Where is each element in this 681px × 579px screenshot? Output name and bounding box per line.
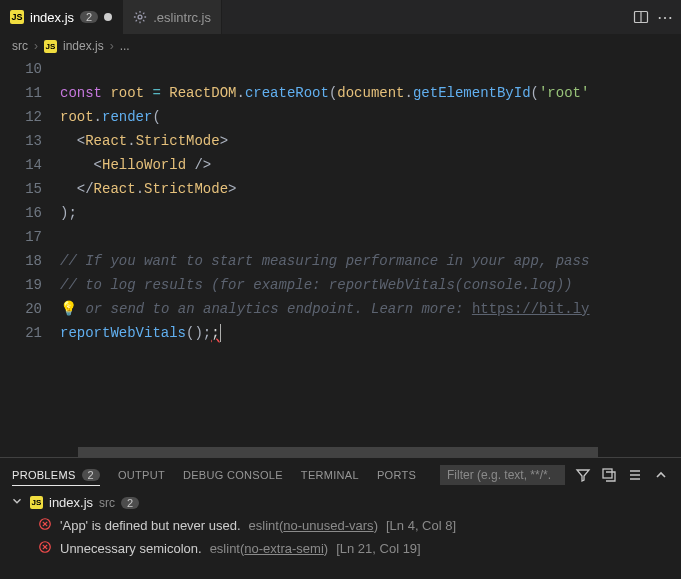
- code-line[interactable]: 💡 or send to an analytics endpoint. Lear…: [60, 297, 681, 321]
- chevron-down-icon[interactable]: [10, 494, 24, 511]
- panel-actions: [440, 465, 669, 485]
- code-line[interactable]: root.render(: [60, 105, 681, 129]
- view-as-list-icon[interactable]: [627, 467, 643, 483]
- panel-tab-terminal[interactable]: TERMINAL: [301, 465, 359, 485]
- problem-item[interactable]: Unnecessary semicolon. eslint(no-extra-s…: [0, 537, 681, 560]
- panel-tabs: PROBLEMS 2 OUTPUT DEBUG CONSOLE TERMINAL…: [0, 458, 681, 491]
- code-line[interactable]: );: [60, 201, 681, 225]
- error-icon: [38, 517, 52, 534]
- panel-tab-debug-console[interactable]: DEBUG CONSOLE: [183, 465, 283, 485]
- panel-tab-label: DEBUG CONSOLE: [183, 469, 283, 481]
- problem-item[interactable]: 'App' is defined but never used. eslint(…: [0, 514, 681, 537]
- tab-eslintrc-js[interactable]: .eslintrc.js: [123, 0, 222, 34]
- problem-source: eslint(no-extra-semi): [210, 541, 329, 556]
- editor-tabs-bar: JS index.js 2 .eslintrc.js ⋯: [0, 0, 681, 35]
- tab-label: index.js: [30, 10, 74, 25]
- tab-index-js[interactable]: JS index.js 2: [0, 0, 123, 34]
- code-line[interactable]: reportWebVitals();;: [60, 321, 681, 345]
- line-number: 19: [0, 273, 42, 297]
- code-content[interactable]: const root = ReactDOM.createRoot(documen…: [60, 57, 681, 447]
- horizontal-scrollbar[interactable]: [0, 447, 681, 457]
- svg-rect-3: [603, 469, 612, 478]
- code-line[interactable]: // If you want to start measuring perfor…: [60, 249, 681, 273]
- problem-file-row[interactable]: JS index.js src 2: [0, 491, 681, 514]
- line-number: 21: [0, 321, 42, 345]
- problem-location: [Ln 4, Col 8]: [386, 518, 456, 533]
- panel-tab-ports[interactable]: PORTS: [377, 465, 416, 485]
- problem-message: 'App' is defined but never used.: [60, 518, 241, 533]
- line-number: 10: [0, 57, 42, 81]
- chevron-right-icon: ›: [34, 39, 38, 53]
- panel-tab-label: OUTPUT: [118, 469, 165, 481]
- dirty-indicator-icon: [104, 13, 112, 21]
- collapse-all-icon[interactable]: [601, 467, 617, 483]
- svg-point-0: [138, 15, 142, 19]
- problems-list: JS index.js src 2 'App' is defined but n…: [0, 491, 681, 579]
- panel-tab-output[interactable]: OUTPUT: [118, 465, 165, 485]
- code-line[interactable]: [60, 57, 681, 81]
- split-editor-icon[interactable]: [633, 9, 649, 25]
- error-icon: [38, 540, 52, 557]
- breadcrumb-folder[interactable]: src: [12, 39, 28, 53]
- problem-location: [Ln 21, Col 19]: [336, 541, 421, 556]
- line-number: 11: [0, 81, 42, 105]
- panel-tab-problems[interactable]: PROBLEMS 2: [12, 465, 100, 486]
- code-line[interactable]: </React.StrictMode>: [60, 177, 681, 201]
- js-file-icon: JS: [44, 40, 57, 53]
- problem-file-count: 2: [121, 497, 139, 509]
- js-file-icon: JS: [10, 10, 24, 24]
- code-line[interactable]: // to log results (for example: reportWe…: [60, 273, 681, 297]
- code-line[interactable]: <React.StrictMode>: [60, 129, 681, 153]
- code-line[interactable]: [60, 225, 681, 249]
- line-number: 12: [0, 105, 42, 129]
- scrollbar-thumb[interactable]: [78, 447, 598, 457]
- breadcrumb[interactable]: src › JS index.js › ...: [0, 35, 681, 57]
- line-number: 20: [0, 297, 42, 321]
- code-line[interactable]: const root = ReactDOM.createRoot(documen…: [60, 81, 681, 105]
- line-number-gutter: 101112131415161718192021: [0, 57, 60, 447]
- tab-label: .eslintrc.js: [153, 10, 211, 25]
- panel-tab-badge: 2: [82, 469, 100, 481]
- line-number: 14: [0, 153, 42, 177]
- breadcrumb-file[interactable]: index.js: [63, 39, 104, 53]
- more-actions-icon[interactable]: ⋯: [657, 8, 673, 27]
- tab-problem-badge: 2: [80, 11, 98, 23]
- line-number: 18: [0, 249, 42, 273]
- problems-filter-input[interactable]: [440, 465, 565, 485]
- line-number: 15: [0, 177, 42, 201]
- line-number: 16: [0, 201, 42, 225]
- config-file-icon: [133, 10, 147, 24]
- problem-message: Unnecessary semicolon.: [60, 541, 202, 556]
- code-line[interactable]: <HelloWorld />: [60, 153, 681, 177]
- panel-tab-label: TERMINAL: [301, 469, 359, 481]
- problem-file-path: src: [99, 496, 115, 510]
- line-number: 13: [0, 129, 42, 153]
- panel-tab-label: PORTS: [377, 469, 416, 481]
- editor-actions: ⋯: [625, 0, 681, 34]
- chevron-up-icon[interactable]: [653, 467, 669, 483]
- code-editor[interactable]: 101112131415161718192021 const root = Re…: [0, 57, 681, 447]
- chevron-right-icon: ›: [110, 39, 114, 53]
- breadcrumb-trail[interactable]: ...: [120, 39, 130, 53]
- problem-file-name: index.js: [49, 495, 93, 510]
- js-file-icon: JS: [30, 496, 43, 509]
- problem-rule: no-unused-vars: [283, 518, 373, 533]
- text-cursor: [220, 324, 221, 342]
- problem-rule: no-extra-semi: [244, 541, 323, 556]
- bottom-panel: PROBLEMS 2 OUTPUT DEBUG CONSOLE TERMINAL…: [0, 457, 681, 579]
- filter-icon[interactable]: [575, 467, 591, 483]
- problem-source: eslint(no-unused-vars): [249, 518, 378, 533]
- panel-tab-label: PROBLEMS: [12, 469, 76, 481]
- line-number: 17: [0, 225, 42, 249]
